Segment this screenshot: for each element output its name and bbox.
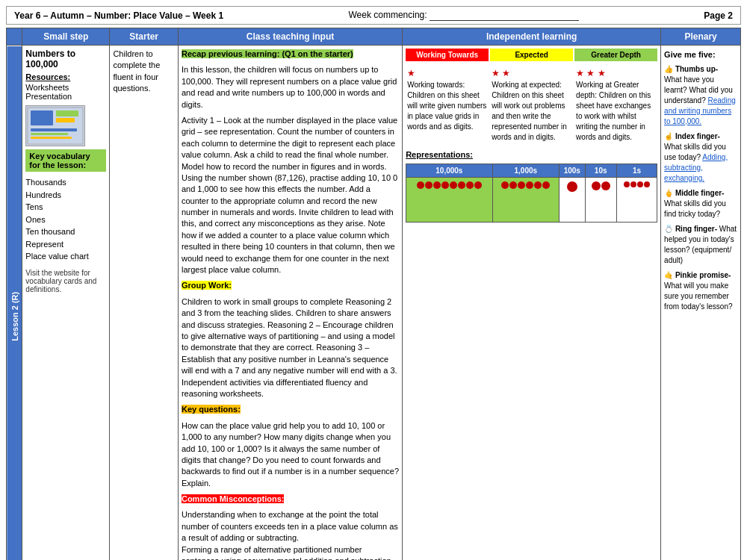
index-label: Index finger-	[675, 132, 720, 140]
dot	[518, 181, 525, 189]
resource-presentation: Presentation	[25, 92, 106, 101]
svg-rect-2	[56, 111, 78, 116]
greater-depth-header: Greater Depth	[574, 49, 657, 61]
key-vocab-box: Key vocabulary for the lesson:	[25, 149, 106, 172]
pv-header-1000s: 1,000s	[492, 164, 560, 177]
vocab-ones: Ones	[25, 214, 106, 226]
counters-1000s	[495, 180, 557, 190]
website-text: Visit the website for vocabulary cards a…	[25, 269, 106, 293]
independent-cell: Working Towards Expected Greater Depth ★…	[403, 46, 661, 561]
col-header-small-step: Small step	[22, 28, 110, 46]
dot	[534, 181, 542, 189]
key-q-highlight: Key questions:	[182, 405, 241, 414]
svg-rect-1	[31, 111, 53, 125]
pv-cell-1000s	[492, 177, 560, 222]
dot	[425, 181, 433, 189]
main-table: Small step Starter Class teaching input …	[6, 28, 741, 560]
lesson-label: Lesson 2 (R)	[7, 46, 22, 561]
svg-rect-5	[31, 133, 68, 135]
vocab-tens: Tens	[25, 201, 106, 214]
plenary-thumbs: 👍 Thumbs up- What have you learnt? What …	[664, 64, 737, 127]
misconceptions-label: Common Misconceptions:	[182, 494, 399, 505]
resource-worksheets: Worksheets	[25, 83, 106, 92]
counters-100s	[562, 180, 582, 193]
dot	[601, 181, 610, 190]
page-header: Year 6 – Autumn – Number: Place Value – …	[6, 6, 741, 25]
ring-icon: 💍	[664, 225, 673, 233]
week-commencing: Week commencing:	[348, 10, 579, 21]
misconceptions-body: Understanding when to exchange at the po…	[182, 509, 399, 560]
starter-cell: Children to complete the fluent in four …	[110, 46, 179, 561]
plenary-title: Give me five:	[664, 49, 737, 61]
resources-label: Resources:	[25, 72, 106, 81]
small-step-title: Numbers to 100,000	[25, 49, 106, 69]
middle-text: What skills did you find tricky today?	[664, 199, 726, 218]
col-header-teaching: Class teaching input	[178, 28, 402, 46]
pv-cell-10000s	[406, 177, 492, 222]
group-body: Children to work in small groups to comp…	[182, 296, 399, 400]
teaching-cell: Recap previous learning: (Q1 on the star…	[178, 46, 402, 561]
middle-label: Middle finger-	[675, 189, 725, 197]
index-icon: ☝	[664, 132, 673, 140]
plenary-middle: 🖕 Middle finger- What skills did you fin…	[664, 188, 737, 220]
vocab-list: Thousands Hundreds Tens Ones Ten thousan…	[25, 176, 106, 263]
counters-1s	[619, 180, 654, 189]
group-highlight: Group Work:	[182, 281, 232, 290]
dot	[441, 181, 449, 189]
expected-text: Working at expected: Children on this sh…	[492, 80, 571, 143]
dot	[592, 181, 601, 190]
dot	[433, 181, 441, 189]
expected-stars: ★ ★	[492, 67, 571, 80]
representations-label: Representations:	[406, 150, 657, 159]
svg-rect-6	[31, 137, 72, 139]
thumb-icon: 👍	[664, 65, 673, 73]
col-header-plenary: Plenary	[661, 28, 741, 46]
dot	[458, 181, 465, 189]
key-q-label: Key questions:	[182, 404, 399, 415]
dot	[450, 181, 457, 189]
plenary-pinkie: 🤙 Pinkie promise- What will you make sur…	[664, 270, 737, 312]
thumbnail-image	[25, 105, 85, 146]
recap-highlight: Recap previous learning: (Q1 on the star…	[182, 49, 353, 58]
svg-rect-4	[31, 128, 77, 131]
dot	[509, 181, 517, 189]
dot	[637, 181, 643, 187]
dot	[542, 181, 550, 189]
ring-label: Ring finger-	[675, 225, 717, 233]
dot	[466, 181, 474, 189]
col-header-starter: Starter	[110, 28, 179, 46]
pv-header-1s: 1s	[616, 164, 657, 177]
counters-10000s	[409, 180, 489, 190]
dot	[624, 181, 630, 187]
middle-icon: 🖕	[664, 189, 673, 197]
misconceptions-highlight: Common Misconceptions:	[182, 494, 285, 503]
dot	[630, 181, 636, 187]
vocab-hundreds: Hundreds	[25, 189, 106, 202]
expected-header: Expected	[490, 49, 573, 61]
working-towards-content: ★ Working towards: Children on this shee…	[406, 66, 489, 144]
plenary-index: ☝ Index finger- What skills did you use …	[664, 131, 737, 184]
recap-label: Recap previous learning: (Q1 on the star…	[182, 49, 399, 60]
plenary-ring: 💍 Ring finger- What helped you in today'…	[664, 224, 737, 266]
indep-header-row: Working Towards Expected Greater Depth	[406, 49, 657, 61]
dot	[567, 181, 577, 192]
resources-items: Worksheets Presentation	[25, 83, 106, 101]
vocab-thousands: Thousands	[25, 176, 106, 189]
working-towards-stars: ★	[407, 67, 487, 80]
key-q-body: How can the place value grid help you to…	[182, 420, 399, 489]
thumb-label: Thumbs up-	[675, 65, 718, 73]
small-step-cell: Numbers to 100,000 Resources: Worksheets…	[22, 46, 110, 561]
expected-content: ★ ★ Working at expected: Children on thi…	[490, 66, 573, 144]
pinkie-label: Pinkie promise-	[675, 271, 731, 279]
page-title: Year 6 – Autumn – Number: Place Value – …	[14, 10, 223, 21]
greater-depth-stars: ★ ★ ★	[576, 67, 656, 80]
indep-content-row: ★ Working towards: Children on this shee…	[406, 66, 657, 144]
dot	[526, 181, 533, 189]
group-label: Group Work:	[182, 280, 399, 291]
recap-body: In this lesson, the children will focus …	[182, 64, 399, 111]
pv-header-100s: 100s	[560, 164, 585, 177]
dot	[644, 181, 650, 187]
vocab-represent: Represent	[25, 238, 106, 251]
activity-body: Activity 1 – Look at the number displaye…	[182, 115, 399, 276]
working-towards-text: Working towards: Children on this sheet …	[407, 80, 487, 132]
